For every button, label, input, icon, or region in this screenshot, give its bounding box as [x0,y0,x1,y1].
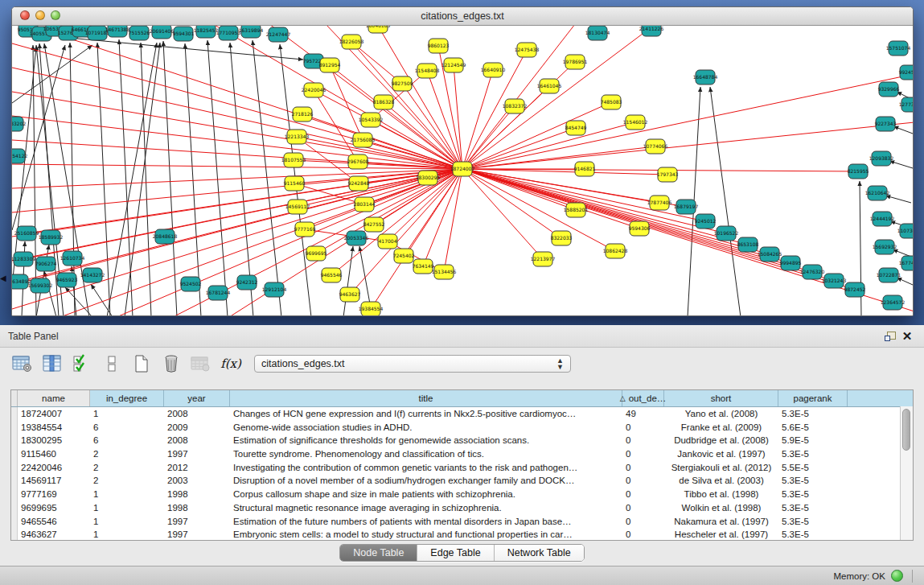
table-row[interactable]: 1938455462009Genome-wide association stu… [11,421,913,435]
graph-node[interactable]: 17877406 [647,196,672,210]
network-canvas[interactable]: 9505135140557121065328715276026466163107… [12,26,913,316]
column-header-year[interactable]: year [164,390,230,406]
cell-pagerank[interactable]: 5.3E-5 [778,407,848,421]
cell-outde[interactable]: 0 [622,461,664,475]
cell-name[interactable]: 14569117 [18,474,90,488]
cell-short[interactable]: Dudbridge et al. (2008) [664,434,778,447]
table-row[interactable]: 946554611997Estimation of the future num… [11,515,913,529]
graph-node[interactable]: 7245402 [393,249,415,263]
cell-name[interactable]: 9777169 [18,488,90,501]
column-header-short[interactable]: short [664,390,778,406]
graph-node[interactable]: 9594301 [173,27,195,41]
column-header-pagerank[interactable]: pagerank [778,390,848,406]
table-settings-button[interactable] [11,352,34,375]
cell-outde[interactable]: 0 [622,447,664,461]
cell-year[interactable]: 1997 [164,447,230,461]
graph-node[interactable]: 20053346 [344,231,369,245]
table-row[interactable]: 1456911722003Disruption of a novel membe… [11,474,913,488]
cell-title[interactable]: Estimation of significance thresholds fo… [230,434,622,447]
graph-node[interactable]: 7634149 [413,259,434,274]
graph-node[interactable]: 8427552 [363,217,385,232]
graph-node[interactable]: 14569117 [285,200,310,214]
minimize-window-icon[interactable] [35,10,45,20]
graph-node[interactable]: 11283309 [12,252,35,266]
graph-node[interactable]: 16648784 [693,70,718,84]
graph-node[interactable]: 10862428 [603,244,628,258]
graph-node[interactable]: 12213343 [285,130,310,144]
unselect-all-button[interactable] [101,352,123,375]
graph-node[interactable]: 9777169 [294,222,316,237]
cell-year[interactable]: 1997 [164,515,230,529]
cell-name[interactable]: 22420046 [18,461,90,475]
graph-node[interactable]: 8653108 [737,237,759,252]
graph-node[interactable]: 9463627 [339,287,361,302]
graph-node[interactable]: 16781244 [206,286,231,300]
tab-node-table[interactable]: Node Table [340,545,417,561]
graph-node[interactable]: 21247447 [266,27,291,42]
graph-node[interactable]: 18107553 [281,153,306,167]
cell-indegree[interactable]: 2 [90,447,164,461]
cell-name[interactable]: 9115460 [18,447,90,461]
cell-pagerank[interactable]: 5.6E-5 [778,421,848,435]
cell-title[interactable]: Tourette syndrome. Phenomenology and cla… [230,447,622,461]
cell-indegree[interactable]: 1 [90,528,164,541]
graph-node[interactable]: 15134456 [432,265,457,279]
cell-short[interactable]: Yano et al. (2008) [664,407,778,421]
network-view-window[interactable]: citations_edges.txt 95051351405571210653… [11,6,914,316]
cell-title[interactable]: Disruption of a novel member of a sodium… [230,474,622,488]
graph-node[interactable]: 15885201 [564,203,589,217]
tab-edge-table[interactable]: Edge Table [417,545,494,561]
cell-title[interactable]: Estimation of the future numbers of pati… [230,515,622,529]
cell-title[interactable]: Genome-wide association studies in ADHD. [230,421,622,435]
graph-node[interactable]: 417004 [378,234,397,249]
graph-node[interactable]: 2803144 [354,197,376,212]
graph-node[interactable]: 10321243 [822,274,847,288]
graph-node[interactable]: 9465923 [56,273,78,287]
close-window-icon[interactable] [20,10,30,20]
graph-node[interactable]: 9827509 [392,76,413,91]
cell-year[interactable]: 2012 [164,461,230,475]
cell-indegree[interactable]: 1 [90,515,164,529]
graph-node[interactable]: 11548408 [415,64,440,78]
graph-node[interactable]: 9524502 [180,277,202,291]
cell-pagerank[interactable]: 5.3E-5 [778,501,848,515]
graph-node[interactable]: 16879197 [674,200,699,214]
graph-node[interactable]: 9329966 [878,82,900,97]
graph-node[interactable]: 1797343 [657,167,679,182]
cell-title[interactable]: Changes of HCN gene expression and I(f) … [230,407,622,421]
graph-node[interactable]: 14671388 [105,26,130,37]
cell-name[interactable]: 18724007 [18,407,90,421]
cell-name[interactable]: 9465546 [18,515,90,529]
graph-node[interactable]: 11546012 [623,115,648,130]
graph-node[interactable]: 8322033 [551,231,573,245]
graph-node[interactable]: 9860123 [428,39,450,53]
table-row[interactable]: 969969511998Structural magnetic resonanc… [11,501,913,515]
graph-node[interactable]: 9242312 [236,275,258,290]
new-column-button[interactable] [130,352,153,375]
graph-node[interactable]: 17710953 [216,26,241,40]
graph-node[interactable]: 10774066 [643,139,668,154]
cell-short[interactable]: Wolkin et al. (1998) [664,501,778,515]
cell-name[interactable]: 18300295 [18,434,90,447]
graph-node[interactable]: 12093832 [869,151,894,166]
window-titlebar[interactable]: citations_edges.txt [12,7,913,26]
graph-hub-node[interactable]: 18724007 [450,162,475,176]
cell-pagerank[interactable]: 5.3E-5 [778,474,848,488]
cell-pagerank[interactable]: 5.3E-5 [778,488,848,501]
cell-year[interactable]: 1998 [164,488,230,501]
graph-node[interactable]: 15699302 [28,278,53,293]
graph-node[interactable]: 16046163 [366,26,391,33]
hidden-panel-arrow[interactable]: ◀ [0,274,6,282]
graph-node[interactable]: 18300295 [416,171,441,185]
cell-outde[interactable]: 0 [622,421,664,435]
cell-short[interactable]: Tibbo et al. (1998) [664,488,778,501]
graph-node[interactable]: 9699695 [306,246,327,261]
cell-year[interactable]: 2008 [164,407,230,421]
cell-year[interactable]: 2008 [164,434,230,447]
graph-node[interactable]: 7515526 [129,26,150,40]
graph-node[interactable]: 9242848 [348,176,370,191]
graph-node[interactable]: 16461045 [537,79,562,93]
graph-node[interactable]: 16774513 [899,256,913,270]
cell-indegree[interactable]: 2 [90,461,164,475]
cell-indegree[interactable]: 6 [90,421,164,435]
